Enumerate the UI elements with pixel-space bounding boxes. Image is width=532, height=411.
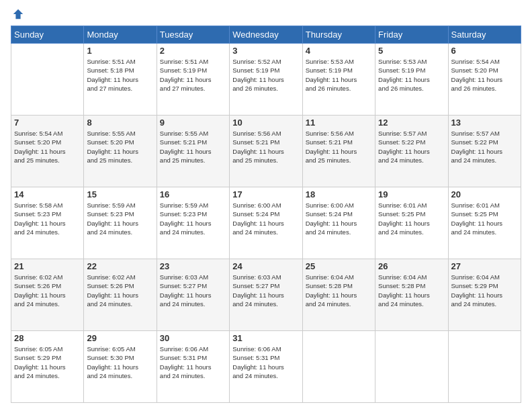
day-info: Sunrise: 5:54 AMSunset: 5:20 PMDaylight:… [451,57,518,93]
page: SundayMondayTuesdayWednesdayThursdayFrid… [0,0,532,411]
day-info: Sunrise: 6:01 AMSunset: 5:25 PMDaylight:… [451,201,518,236]
calendar-cell: 18Sunrise: 6:00 AMSunset: 5:24 PMDayligh… [302,187,375,259]
calendar-week-4: 21Sunrise: 6:02 AMSunset: 5:26 PMDayligh… [11,259,521,331]
calendar-cell: 26Sunrise: 6:04 AMSunset: 5:28 PMDayligh… [375,259,448,331]
calendar-cell: 30Sunrise: 6:06 AMSunset: 5:31 PMDayligh… [157,331,229,403]
day-number: 27 [451,261,518,271]
calendar-cell: 17Sunrise: 6:00 AMSunset: 5:24 PMDayligh… [230,187,302,259]
day-info: Sunrise: 5:59 AMSunset: 5:23 PMDaylight:… [160,201,226,236]
day-number: 12 [378,118,445,128]
day-info: Sunrise: 5:57 AMSunset: 5:22 PMDaylight:… [378,129,445,165]
column-header-sunday: Sunday [11,26,84,44]
calendar-cell: 6Sunrise: 5:54 AMSunset: 5:20 PMDaylight… [448,44,521,116]
calendar-cell: 12Sunrise: 5:57 AMSunset: 5:22 PMDayligh… [375,116,448,187]
calendar-cell: 19Sunrise: 6:01 AMSunset: 5:25 PMDayligh… [375,187,448,259]
day-info: Sunrise: 5:57 AMSunset: 5:22 PMDaylight:… [451,129,518,165]
calendar-week-2: 7Sunrise: 5:54 AMSunset: 5:20 PMDaylight… [11,116,521,187]
column-header-monday: Monday [84,26,157,44]
day-number: 29 [87,333,153,343]
day-number: 10 [232,118,299,128]
day-info: Sunrise: 6:03 AMSunset: 5:27 PMDaylight:… [232,273,299,308]
calendar-cell: 28Sunrise: 6:05 AMSunset: 5:29 PMDayligh… [11,331,84,403]
day-info: Sunrise: 5:56 AMSunset: 5:21 PMDaylight:… [306,129,372,165]
day-number: 21 [14,261,81,271]
calendar-cell: 2Sunrise: 5:51 AMSunset: 5:19 PMDaylight… [157,44,229,116]
calendar-cell: 14Sunrise: 5:58 AMSunset: 5:23 PMDayligh… [11,187,84,259]
calendar-week-3: 14Sunrise: 5:58 AMSunset: 5:23 PMDayligh… [11,187,521,259]
day-info: Sunrise: 6:00 AMSunset: 5:24 PMDaylight:… [306,201,372,236]
day-info: Sunrise: 6:02 AMSunset: 5:26 PMDaylight:… [87,273,153,308]
calendar: SundayMondayTuesdayWednesdayThursdayFrid… [11,26,521,403]
day-info: Sunrise: 6:05 AMSunset: 5:30 PMDaylight:… [87,345,153,380]
day-number: 24 [232,261,299,271]
day-number: 11 [306,118,372,128]
column-header-wednesday: Wednesday [230,26,302,44]
day-number: 30 [160,333,226,343]
day-number: 18 [306,189,372,199]
column-header-thursday: Thursday [302,26,375,44]
calendar-cell: 1Sunrise: 5:51 AMSunset: 5:18 PMDaylight… [84,44,157,116]
day-info: Sunrise: 6:06 AMSunset: 5:31 PMDaylight:… [232,345,299,380]
day-info: Sunrise: 6:04 AMSunset: 5:28 PMDaylight:… [306,273,372,308]
day-number: 15 [87,189,153,199]
day-info: Sunrise: 6:06 AMSunset: 5:31 PMDaylight:… [160,345,226,380]
day-info: Sunrise: 6:02 AMSunset: 5:26 PMDaylight:… [14,273,81,308]
day-number: 3 [232,46,299,56]
calendar-cell: 29Sunrise: 6:05 AMSunset: 5:30 PMDayligh… [84,331,157,403]
day-info: Sunrise: 6:05 AMSunset: 5:29 PMDaylight:… [14,345,81,380]
column-header-saturday: Saturday [448,26,521,44]
header [11,8,521,20]
day-info: Sunrise: 5:56 AMSunset: 5:21 PMDaylight:… [232,129,299,165]
calendar-cell: 9Sunrise: 5:55 AMSunset: 5:21 PMDaylight… [157,116,229,187]
day-info: Sunrise: 5:59 AMSunset: 5:23 PMDaylight:… [87,201,153,236]
calendar-cell [448,331,521,403]
day-info: Sunrise: 6:04 AMSunset: 5:28 PMDaylight:… [378,273,445,308]
calendar-week-5: 28Sunrise: 6:05 AMSunset: 5:29 PMDayligh… [11,331,521,403]
calendar-cell: 15Sunrise: 5:59 AMSunset: 5:23 PMDayligh… [84,187,157,259]
day-info: Sunrise: 6:01 AMSunset: 5:25 PMDaylight:… [378,201,445,236]
day-info: Sunrise: 6:03 AMSunset: 5:27 PMDaylight:… [160,273,226,308]
calendar-header-row: SundayMondayTuesdayWednesdayThursdayFrid… [11,26,521,44]
calendar-cell: 11Sunrise: 5:56 AMSunset: 5:21 PMDayligh… [302,116,375,187]
day-info: Sunrise: 5:51 AMSunset: 5:19 PMDaylight:… [160,57,226,93]
day-number: 16 [160,189,226,199]
day-info: Sunrise: 5:55 AMSunset: 5:21 PMDaylight:… [160,129,226,165]
day-number: 8 [87,118,153,128]
day-info: Sunrise: 6:00 AMSunset: 5:24 PMDaylight:… [232,201,299,236]
day-info: Sunrise: 5:52 AMSunset: 5:19 PMDaylight:… [232,57,299,93]
day-number: 14 [14,189,81,199]
day-number: 28 [14,333,81,343]
calendar-cell: 20Sunrise: 6:01 AMSunset: 5:25 PMDayligh… [448,187,521,259]
logo [11,8,24,20]
day-number: 13 [451,118,518,128]
calendar-cell: 3Sunrise: 5:52 AMSunset: 5:19 PMDaylight… [230,44,302,116]
day-info: Sunrise: 5:53 AMSunset: 5:19 PMDaylight:… [306,57,372,93]
day-number: 26 [378,261,445,271]
day-number: 23 [160,261,226,271]
calendar-cell: 23Sunrise: 6:03 AMSunset: 5:27 PMDayligh… [157,259,229,331]
day-number: 6 [451,46,518,56]
day-info: Sunrise: 5:51 AMSunset: 5:18 PMDaylight:… [87,57,153,93]
day-number: 17 [232,189,299,199]
day-number: 1 [87,46,153,56]
day-number: 5 [378,46,445,56]
calendar-cell: 21Sunrise: 6:02 AMSunset: 5:26 PMDayligh… [11,259,84,331]
calendar-cell: 13Sunrise: 5:57 AMSunset: 5:22 PMDayligh… [448,116,521,187]
day-info: Sunrise: 5:55 AMSunset: 5:20 PMDaylight:… [87,129,153,165]
day-number: 4 [306,46,372,56]
day-number: 20 [451,189,518,199]
calendar-cell: 22Sunrise: 6:02 AMSunset: 5:26 PMDayligh… [84,259,157,331]
calendar-week-1: 1Sunrise: 5:51 AMSunset: 5:18 PMDaylight… [11,44,521,116]
calendar-cell: 8Sunrise: 5:55 AMSunset: 5:20 PMDaylight… [84,116,157,187]
svg-marker-0 [13,9,23,19]
calendar-cell: 5Sunrise: 5:53 AMSunset: 5:19 PMDaylight… [375,44,448,116]
day-number: 25 [306,261,372,271]
calendar-cell [302,331,375,403]
calendar-cell [375,331,448,403]
day-number: 31 [232,333,299,343]
day-number: 22 [87,261,153,271]
day-number: 2 [160,46,226,56]
calendar-cell: 4Sunrise: 5:53 AMSunset: 5:19 PMDaylight… [302,44,375,116]
day-info: Sunrise: 5:53 AMSunset: 5:19 PMDaylight:… [378,57,445,93]
logo-icon [12,8,24,20]
